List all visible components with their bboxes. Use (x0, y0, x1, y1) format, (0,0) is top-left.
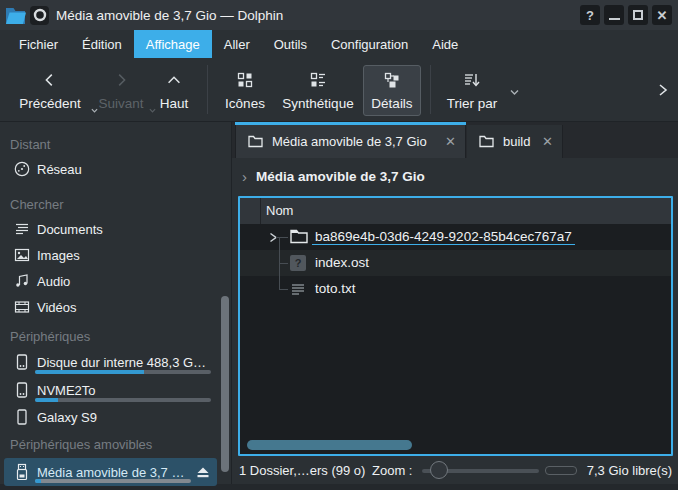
file-row-folder[interactable]: ba869e4b-03d6-4249-9202-85b4cec767a7 (240, 224, 671, 250)
forward-icon (112, 68, 130, 92)
capacity-bar (545, 466, 577, 475)
sidebar-item-images[interactable]: Images (0, 242, 231, 268)
icons-view-icon (235, 68, 255, 92)
sort-dropdown-caret-icon (509, 88, 520, 96)
hard-disk-icon (13, 381, 31, 399)
usb-drive-icon (13, 463, 31, 481)
eject-icon[interactable] (195, 465, 211, 479)
section-header-distant: Distant (0, 134, 231, 156)
unknown-file-icon: ? (290, 255, 306, 271)
tab-media-amovible[interactable]: Média amovible de 3,7 Gio ✕ (235, 125, 466, 158)
close-button[interactable]: ✕ (652, 5, 672, 25)
column-header-nom: Nom (266, 203, 293, 218)
disk-usage-bar (35, 370, 211, 374)
toolbar-overflow-chevron-icon[interactable] (656, 82, 670, 98)
section-header-peripheriques: Périphériques (0, 326, 231, 348)
network-icon (13, 160, 31, 178)
sort-by-button[interactable]: Trier par (440, 58, 504, 121)
minimize-button[interactable] (604, 5, 624, 25)
text-file-icon (290, 281, 306, 297)
sidebar-item-reseau[interactable]: Réseau (0, 156, 231, 182)
toolbar-separator (207, 65, 208, 114)
up-button[interactable]: Haut (150, 58, 198, 121)
folder-icon (479, 135, 494, 148)
sidebar-item-media-amovible[interactable]: Média amovible de 3,7 … (4, 458, 217, 486)
film-icon (13, 298, 31, 316)
menubar: Fichier Édition Affichage Aller Outils C… (0, 30, 678, 58)
hard-disk-icon (13, 353, 31, 371)
horizontal-scrollbar[interactable] (247, 440, 412, 450)
breadcrumb-chevron-icon[interactable]: › (242, 168, 247, 185)
tree-branch-line (279, 289, 288, 290)
window-title: Média amovible de 3,7 Gio — Dolphin (56, 8, 283, 23)
tree-branch-line (279, 263, 288, 264)
back-icon (41, 68, 59, 92)
help-button[interactable]: ? (580, 5, 600, 25)
disk-usage-fill (35, 398, 58, 402)
folder-view: Nom ba869e4b-03d6-4249-9202-85b4cec767a7… (238, 196, 673, 456)
titlebar: Média amovible de 3,7 Gio — Dolphin ? ✕ (0, 0, 678, 30)
sidebar-item-documents[interactable]: Documents (0, 216, 231, 242)
sidebar-item-galaxy-s9[interactable]: Galaxy S9 (0, 404, 231, 430)
tree-branch-line (276, 237, 288, 238)
statusbar: 1 Dossier,…ers (99 o) Zoom : 7,3 Gio lib… (232, 456, 678, 484)
menu-configuration[interactable]: Configuration (319, 30, 420, 58)
up-icon (165, 68, 183, 92)
places-panel: Distant Réseau Chercher Documents Images… (0, 122, 232, 484)
zoom-label: Zoom : (372, 463, 412, 478)
window-emblem-icon[interactable] (30, 6, 49, 25)
file-row-index-ost[interactable]: ? index.ost (240, 250, 671, 276)
dolphin-app-icon (5, 5, 26, 25)
menu-affichage[interactable]: Affichage (134, 30, 212, 58)
tab-bar: Média amovible de 3,7 Gio ✕ build ✕ (232, 122, 678, 158)
file-row-toto-txt[interactable]: toto.txt (240, 276, 671, 302)
zoom-slider-handle[interactable] (430, 461, 448, 479)
view-compact-button[interactable]: Synthétique (273, 58, 363, 121)
maximize-icon (633, 10, 643, 20)
free-space-label: 7,3 Gio libre(s) (587, 463, 672, 478)
breadcrumb: › Média amovible de 3,7 Gio (232, 158, 678, 196)
menu-outils[interactable]: Outils (262, 30, 319, 58)
tab-close-icon[interactable]: ✕ (542, 134, 553, 149)
tab-build[interactable]: build ✕ (467, 125, 563, 158)
document-lines-icon (13, 220, 31, 238)
view-details-button[interactable]: Détails (363, 65, 421, 116)
sidebar-scrollbar[interactable] (221, 296, 229, 472)
back-button[interactable]: Précédent (8, 58, 92, 121)
toolbar: Précédent Suivant Haut Icônes Synthétiqu… (0, 58, 678, 121)
details-view-icon (382, 68, 402, 92)
minimize-icon (609, 18, 620, 20)
smartphone-icon (13, 408, 31, 426)
view-icons-button[interactable]: Icônes (217, 58, 273, 121)
sidebar-item-audio[interactable]: Audio (0, 268, 231, 294)
breadcrumb-location[interactable]: Média amovible de 3,7 Gio (256, 169, 425, 184)
toolbar-separator (430, 65, 431, 114)
maximize-button[interactable] (628, 5, 648, 25)
image-icon (13, 246, 31, 264)
disk-usage-fill (35, 370, 144, 374)
menu-aide[interactable]: Aide (420, 30, 470, 58)
section-header-peripheriques-amovibles: Périphériques amovibles (0, 434, 231, 456)
menu-aller[interactable]: Aller (212, 30, 262, 58)
sidebar-item-nvme2to[interactable]: NVME2To (0, 376, 231, 404)
selection-summary: 1 Dossier,…ers (99 o) (239, 463, 365, 478)
folder-icon (248, 135, 263, 148)
folder-icon (290, 229, 308, 244)
sidebar-item-videos[interactable]: Vidéos (0, 294, 231, 320)
column-header[interactable]: Nom (240, 198, 671, 224)
menu-fichier[interactable]: Fichier (7, 30, 70, 58)
menu-edition[interactable]: Édition (70, 30, 134, 58)
section-header-chercher: Chercher (0, 194, 231, 216)
sidebar-item-disque-interne[interactable]: Disque dur interne 488,3 G… (0, 348, 231, 376)
sort-icon (462, 68, 482, 92)
music-note-icon (13, 272, 31, 290)
forward-button[interactable]: Suivant (92, 58, 150, 121)
column-separator (260, 198, 261, 224)
disk-usage-bar (35, 398, 211, 402)
tab-close-icon[interactable]: ✕ (445, 134, 456, 149)
disk-usage-bar (35, 479, 191, 483)
disk-usage-fill (35, 479, 41, 483)
compact-view-icon (308, 68, 328, 92)
